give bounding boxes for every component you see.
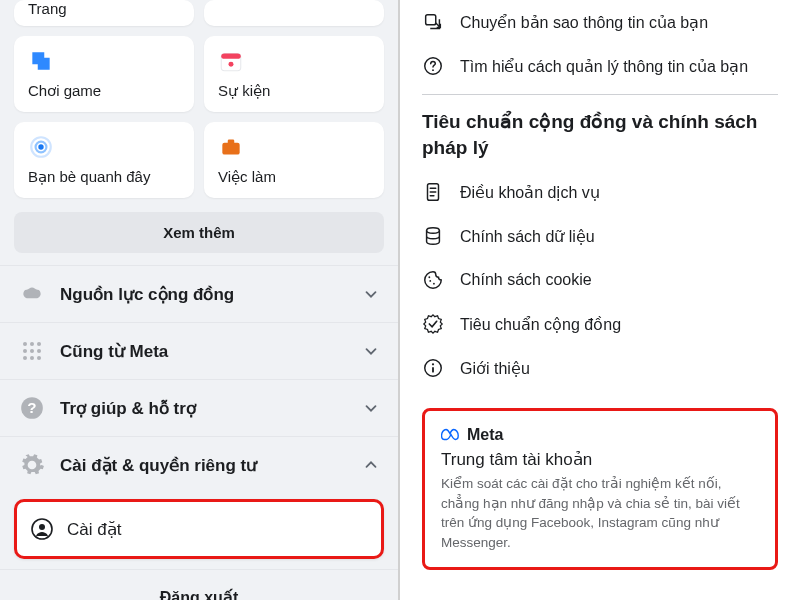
svg-point-11	[23, 349, 27, 353]
settings-subitem-label: Cài đặt	[67, 519, 121, 540]
settings-subitem[interactable]: Cài đặt	[14, 499, 384, 559]
tile-jobs[interactable]: Việc làm	[204, 122, 384, 198]
chevron-up-icon	[362, 456, 380, 474]
logout-label: Đăng xuất	[160, 589, 238, 600]
link-terms[interactable]: Điều khoản dịch vụ	[422, 170, 778, 214]
svg-point-9	[30, 342, 34, 346]
shortcut-grid: Trang Chơi game Sự kiện	[0, 0, 398, 212]
row-also-from-meta[interactable]: Cũng từ Meta	[0, 322, 398, 379]
data-icon	[422, 225, 444, 247]
info-icon	[422, 357, 444, 379]
svg-rect-6	[222, 143, 239, 155]
tile-nearby[interactable]: Bạn bè quanh đây	[14, 122, 194, 198]
link-label: Tiêu chuẩn cộng đồng	[460, 315, 621, 334]
nearby-icon	[28, 134, 54, 160]
gear-icon	[18, 451, 46, 479]
tile-label: Bạn bè quanh đây	[28, 168, 180, 186]
link-label: Chuyển bản sao thông tin của bạn	[460, 13, 708, 32]
svg-rect-31	[432, 367, 434, 373]
tile-empty[interactable]	[204, 0, 384, 26]
transfer-icon	[422, 11, 444, 33]
accounts-center-desc: Kiểm soát các cài đặt cho trải nghiệm kế…	[441, 474, 759, 552]
doc-icon	[422, 181, 444, 203]
svg-rect-7	[228, 139, 235, 143]
meta-logo-icon	[441, 425, 461, 445]
tile-events[interactable]: Sự kiện	[204, 36, 384, 112]
chevron-down-icon	[362, 399, 380, 417]
svg-point-2	[229, 62, 234, 67]
settings-detail-pane: Chuyển bản sao thông tin của bạn Tìm hiể…	[400, 0, 800, 600]
svg-point-16	[37, 356, 41, 360]
logout-button[interactable]: Đăng xuất	[0, 569, 398, 600]
link-label: Tìm hiểu cách quản lý thông tin của bạn	[460, 57, 748, 76]
svg-rect-1	[221, 53, 241, 58]
svg-point-14	[23, 356, 27, 360]
row-label: Trợ giúp & hỗ trợ	[60, 398, 348, 419]
see-more-label: Xem thêm	[163, 224, 235, 241]
svg-point-23	[432, 69, 434, 71]
svg-point-20	[39, 524, 45, 530]
cookie-icon	[422, 269, 444, 291]
help-icon: ?	[18, 394, 46, 422]
meta-brand-label: Meta	[467, 426, 503, 444]
link-cookie-policy[interactable]: Chính sách cookie	[422, 258, 778, 302]
tile-gaming[interactable]: Chơi game	[14, 36, 194, 112]
chevron-down-icon	[362, 342, 380, 360]
menu-section-list: Nguồn lực cộng đồng Cũng từ Meta ? Trợ	[0, 265, 398, 493]
svg-point-8	[23, 342, 27, 346]
svg-point-12	[30, 349, 34, 353]
meta-brand: Meta	[441, 425, 759, 445]
link-community-standards[interactable]: Tiêu chuẩn cộng đồng	[422, 302, 778, 346]
tile-label: Sự kiện	[218, 82, 370, 100]
gaming-icon	[28, 48, 54, 74]
row-settings-privacy[interactable]: Cài đặt & quyền riêng tư	[0, 436, 398, 493]
svg-text:?: ?	[27, 399, 36, 416]
svg-point-10	[37, 342, 41, 346]
tile-pages[interactable]: Trang	[14, 0, 194, 26]
see-more-button[interactable]: Xem thêm	[14, 212, 384, 253]
row-label: Nguồn lực cộng đồng	[60, 284, 348, 305]
chevron-down-icon	[362, 285, 380, 303]
svg-point-28	[428, 277, 430, 279]
question-icon	[422, 55, 444, 77]
svg-point-15	[30, 356, 34, 360]
row-label: Cũng từ Meta	[60, 341, 348, 362]
svg-point-25	[427, 228, 440, 234]
link-label: Chính sách dữ liệu	[460, 227, 595, 246]
svg-point-26	[429, 280, 431, 282]
row-label: Cài đặt & quyền riêng tư	[60, 455, 348, 476]
tile-label: Việc làm	[218, 168, 370, 186]
svg-point-13	[37, 349, 41, 353]
link-label: Giới thiệu	[460, 359, 530, 378]
briefcase-icon	[218, 134, 244, 160]
grid-icon	[18, 337, 46, 365]
link-data-policy[interactable]: Chính sách dữ liệu	[422, 214, 778, 258]
calendar-icon	[218, 48, 244, 74]
tile-label: Trang	[28, 0, 180, 17]
svg-point-5	[38, 144, 43, 149]
accounts-center-title: Trung tâm tài khoản	[441, 449, 759, 470]
row-community-resources[interactable]: Nguồn lực cộng đồng	[0, 265, 398, 322]
section-title: Tiêu chuẩn cộng đồng và chính sách pháp …	[422, 95, 778, 170]
accounts-center-card[interactable]: Meta Trung tâm tài khoản Kiểm soát các c…	[422, 408, 778, 569]
tile-label: Chơi game	[28, 82, 180, 100]
menu-pane: Trang Chơi game Sự kiện	[0, 0, 400, 600]
link-label: Chính sách cookie	[460, 271, 592, 289]
link-label: Điều khoản dịch vụ	[460, 183, 600, 202]
person-gear-icon	[29, 516, 55, 542]
link-about[interactable]: Giới thiệu	[422, 346, 778, 390]
svg-point-30	[432, 364, 434, 366]
hands-icon	[18, 280, 46, 308]
row-help-support[interactable]: ? Trợ giúp & hỗ trợ	[0, 379, 398, 436]
link-transfer-copy[interactable]: Chuyển bản sao thông tin của bạn	[422, 0, 778, 44]
check-badge-icon	[422, 313, 444, 335]
svg-point-27	[433, 283, 435, 285]
link-manage-info[interactable]: Tìm hiểu cách quản lý thông tin của bạn	[422, 44, 778, 88]
svg-rect-21	[426, 15, 436, 25]
